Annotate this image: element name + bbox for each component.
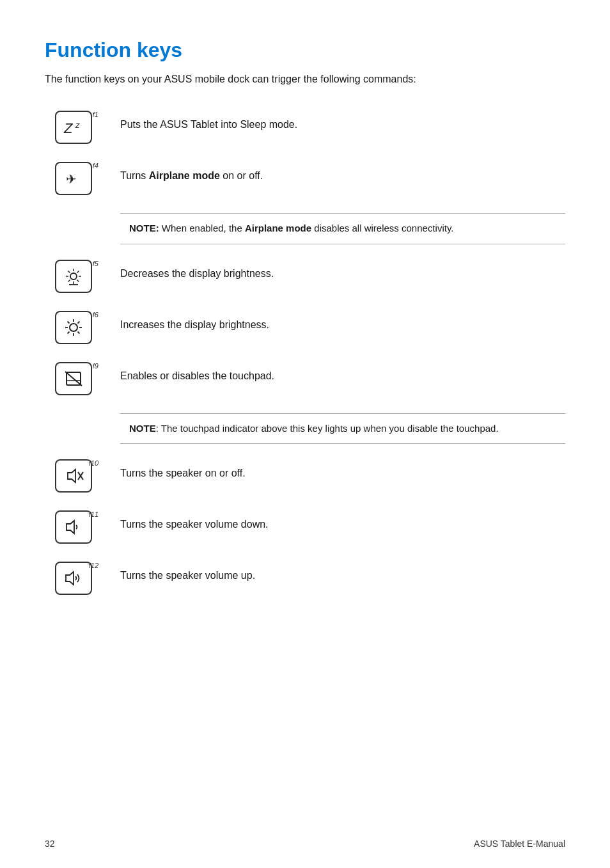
function-key-row-f1: f1 Z z Puts the ASUS Tablet into Sleep m… bbox=[45, 111, 565, 144]
key-box-f1: f1 Z z bbox=[55, 111, 92, 144]
svg-line-10 bbox=[77, 271, 79, 272]
note-f4-label: NOTE: bbox=[129, 223, 159, 233]
desc-f4-bold: Airplane mode bbox=[149, 170, 220, 181]
svg-text:z: z bbox=[75, 120, 80, 130]
key-label-f12: f12 bbox=[89, 562, 98, 569]
function-key-row-f6: f6 Increases the display brightness. bbox=[45, 311, 565, 344]
key-box-f11: f11 bbox=[55, 510, 92, 544]
key-label-f6: f6 bbox=[93, 311, 98, 319]
footer-manual-name: ASUS Tablet E-Manual bbox=[474, 839, 565, 849]
note-f4-text-end: disables all wireless connectivity. bbox=[311, 223, 453, 233]
page-subtitle: The function keys on your ASUS mobile do… bbox=[45, 74, 565, 85]
footer-page-number: 32 bbox=[45, 839, 55, 849]
desc-f4-plain: Turns bbox=[120, 170, 149, 181]
key-icon-f12: f12 bbox=[45, 562, 102, 595]
key-description-f5: Decreases the display brightness. bbox=[120, 260, 565, 281]
svg-text:✈: ✈ bbox=[66, 172, 77, 186]
note-f9: NOTE: The touchpad indicator above this … bbox=[120, 413, 565, 445]
key-box-f12: f12 bbox=[55, 562, 92, 595]
svg-point-13 bbox=[70, 324, 77, 331]
function-key-row-f12: f12 Turns the speaker volume up. bbox=[45, 562, 565, 595]
vol-up-icon bbox=[63, 569, 84, 588]
key-icon-f11: f11 bbox=[45, 510, 102, 544]
key-box-f10: f10 bbox=[55, 459, 92, 493]
mute-icon bbox=[63, 466, 84, 485]
key-box-f9: f9 bbox=[55, 362, 92, 395]
svg-point-3 bbox=[70, 273, 77, 280]
touchpad-icon bbox=[63, 369, 84, 388]
key-description-f9: Enables or disables the touchpad. bbox=[120, 362, 565, 384]
function-key-row-f4: f4 ✈ Turns Airplane mode on or off. bbox=[45, 162, 565, 195]
svg-line-9 bbox=[77, 280, 79, 281]
key-label-f10: f10 bbox=[89, 459, 98, 467]
brightness-up-icon bbox=[63, 318, 84, 337]
function-key-row-f9: f9 Enables or disables the touchpad. bbox=[45, 362, 565, 395]
airplane-icon: ✈ bbox=[63, 169, 84, 188]
key-description-f6: Increases the display brightness. bbox=[120, 311, 565, 333]
brightness-down-icon bbox=[63, 267, 84, 286]
svg-line-24 bbox=[65, 372, 82, 386]
note-f4-text-bold: Airplane mode bbox=[245, 223, 311, 233]
svg-line-19 bbox=[78, 331, 80, 333]
svg-marker-29 bbox=[66, 572, 74, 585]
svg-line-18 bbox=[68, 321, 70, 323]
svg-line-11 bbox=[68, 280, 70, 281]
vol-down-icon bbox=[63, 517, 84, 537]
key-description-f12: Turns the speaker volume up. bbox=[120, 562, 565, 583]
key-box-f4: f4 ✈ bbox=[55, 162, 92, 195]
svg-line-21 bbox=[68, 331, 70, 333]
key-label-f11: f11 bbox=[89, 510, 98, 518]
note-f4-text-plain: When enabled, the bbox=[159, 223, 245, 233]
key-label-f5: f5 bbox=[93, 260, 98, 267]
note-f9-label: NOTE bbox=[129, 423, 156, 434]
key-box-f5: f5 bbox=[55, 260, 92, 293]
key-icon-f4: f4 ✈ bbox=[45, 162, 102, 195]
key-description-f11: Turns the speaker volume down. bbox=[120, 510, 565, 532]
page-title: Function keys bbox=[45, 38, 565, 62]
function-key-row-f11: f11 Turns the speaker volume down. bbox=[45, 510, 565, 544]
svg-marker-25 bbox=[68, 470, 75, 482]
key-label-f4: f4 bbox=[93, 162, 98, 170]
svg-marker-28 bbox=[66, 521, 74, 533]
key-icon-f9: f9 bbox=[45, 362, 102, 395]
svg-line-20 bbox=[78, 321, 80, 323]
svg-text:Z: Z bbox=[63, 120, 74, 136]
function-key-row-f5: f5 Decreases the display bbox=[45, 260, 565, 293]
desc-f4-end: on or off. bbox=[220, 170, 263, 181]
key-box-f6: f6 bbox=[55, 311, 92, 344]
key-icon-f5: f5 bbox=[45, 260, 102, 293]
key-label-f9: f9 bbox=[93, 362, 98, 370]
page-content: Function keys The function keys on your … bbox=[0, 0, 610, 664]
function-key-row-f10: f10 Turns the speaker on or off. bbox=[45, 459, 565, 493]
page-footer: 32 ASUS Tablet E-Manual bbox=[0, 839, 610, 849]
key-description-f1: Puts the ASUS Tablet into Sleep mode. bbox=[120, 111, 565, 132]
sleep-icon: Z z bbox=[63, 118, 84, 137]
note-f4: NOTE: When enabled, the Airplane mode di… bbox=[120, 213, 565, 244]
svg-line-8 bbox=[68, 271, 70, 272]
key-icon-f10: f10 bbox=[45, 459, 102, 493]
key-icon-f1: f1 Z z bbox=[45, 111, 102, 144]
key-description-f10: Turns the speaker on or off. bbox=[120, 459, 565, 481]
key-icon-f6: f6 bbox=[45, 311, 102, 344]
note-f9-text-plain: : The touchpad indicator above this key … bbox=[156, 423, 499, 434]
key-label-f1: f1 bbox=[93, 111, 98, 118]
key-description-f4: Turns Airplane mode on or off. bbox=[120, 162, 565, 184]
